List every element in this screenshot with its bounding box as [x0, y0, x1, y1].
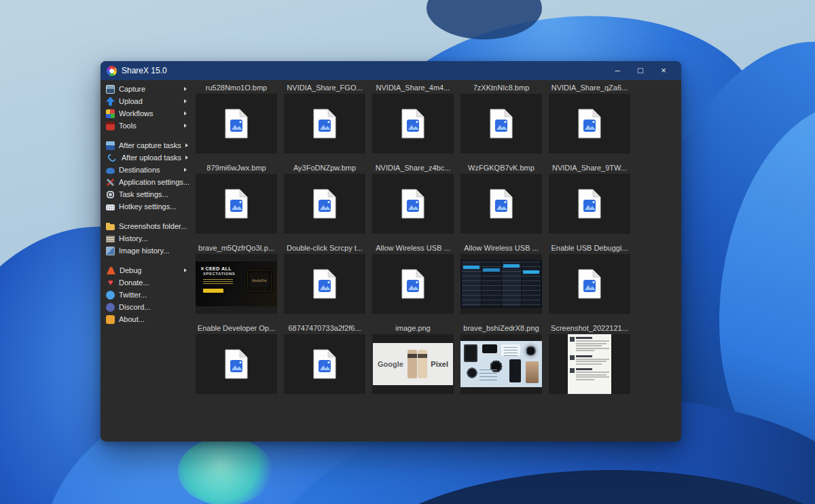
avatar: [570, 337, 575, 342]
task-settings-icon: [106, 190, 115, 199]
sidebar-item-after-upload-tasks[interactable]: After upload tasks: [104, 151, 189, 164]
sidebar-item-debug[interactable]: Debug: [104, 264, 189, 276]
sidebar-item-task-settings[interactable]: Task settings...: [104, 188, 189, 200]
sidebar-item-destinations[interactable]: Destinations: [104, 164, 189, 176]
thumbnail-tile[interactable]: [196, 334, 277, 394]
thumbnail-tile[interactable]: [196, 94, 277, 154]
thumbnail-tile[interactable]: [460, 254, 542, 314]
chat-message: [570, 355, 609, 366]
thumbnail-tile[interactable]: [372, 174, 454, 234]
image-file-icon: [578, 269, 601, 299]
sidebar-item-label: Tools: [119, 122, 137, 130]
submenu-arrow-icon: [185, 156, 188, 160]
thumbnail-tile[interactable]: [372, 94, 454, 154]
image-file-icon: [313, 109, 336, 139]
sidebar-item-image-history[interactable]: Image history...: [104, 245, 189, 257]
thumbnail-tile[interactable]: [460, 94, 542, 154]
pixel-wordmark: Pixel: [431, 360, 448, 368]
thumbnail-tile[interactable]: ✕CEED ALLXPECTATIONSMediaTek: [196, 254, 277, 314]
sidebar-item-label: Screenshots folder...: [119, 222, 187, 230]
thumbnail-tile[interactable]: [549, 334, 630, 394]
settings-panel: [502, 262, 521, 306]
sidebar-item-donate[interactable]: Donate...: [104, 276, 189, 289]
sidebar-item-capture[interactable]: Capture: [104, 83, 189, 95]
minimize-button[interactable]: –: [606, 61, 629, 80]
thumbnail-tile[interactable]: [549, 254, 630, 314]
window-controls: –□×: [606, 61, 675, 80]
chat-message: [570, 368, 609, 381]
sidebar-item-application-settings[interactable]: Application settings...: [104, 176, 189, 188]
thumbnail-tile[interactable]: [196, 174, 277, 234]
sidebar-item-twitter[interactable]: Twitter...: [104, 289, 189, 301]
thumbnail-tile[interactable]: [284, 174, 365, 234]
sidebar-item-history[interactable]: History...: [104, 232, 189, 245]
sidebar-item-discord[interactable]: Discord...: [104, 301, 189, 313]
maximize-button[interactable]: □: [629, 61, 652, 80]
thumbnail-filename: Enable Developer Op...: [192, 322, 280, 334]
thumbnail-tile[interactable]: GooglePixel: [372, 334, 454, 394]
avatar: [570, 368, 575, 373]
submenu-arrow-icon: [184, 124, 187, 128]
slide-subtitle: XPECTATIONS: [203, 272, 235, 276]
submenu-arrow-icon: [185, 143, 188, 147]
sidebar-item-label: Task settings...: [119, 190, 168, 198]
thumbnail-cell: WzFGKQB7vK.bmp: [457, 162, 545, 234]
pixel-phones-image: [408, 350, 427, 378]
thumbnail-tile[interactable]: [284, 334, 365, 394]
slide-text-lines: [203, 279, 233, 285]
sidebar-item-label: About...: [119, 315, 145, 323]
discord-icon: [106, 303, 115, 312]
thumbnail-filename: 7zXKtnNIc8.bmp: [457, 82, 545, 94]
sidebar-item-screenshots-folder[interactable]: Screenshots folder...: [104, 220, 189, 232]
titlebar[interactable]: ShareX 15.0 –□×: [101, 61, 681, 80]
google-pixel-ad-thumbnail: GooglePixel: [373, 343, 453, 385]
sidebar-item-workflows[interactable]: Workflows: [104, 107, 189, 120]
submenu-arrow-icon: [184, 168, 187, 172]
history-icon: [106, 236, 115, 242]
sidebar-item-upload[interactable]: Upload: [104, 95, 189, 107]
thumbnail-filename: brave_m5QzfrQo3I.p...: [192, 242, 280, 254]
chat-message: [570, 337, 609, 353]
image-file-icon: [578, 189, 601, 219]
thumbnail-cell: 68747470733a2f2f6...: [280, 322, 369, 394]
destinations-icon: [106, 168, 115, 174]
sidebar-item-label: Destinations: [119, 166, 160, 174]
sidebar-item-label: Donate...: [119, 278, 149, 287]
image-file-icon: [313, 269, 336, 299]
settings-panel: [522, 262, 541, 306]
thumbnail-filename: NVIDIA_Share_qZa6...: [545, 82, 634, 94]
thumbnail-tile[interactable]: [460, 334, 542, 394]
product-collage-thumbnail: [460, 341, 542, 387]
thumbnail-filename: ru528Nmo1O.bmp: [192, 82, 280, 94]
thumbnail-tile[interactable]: [372, 254, 454, 314]
chip-image: MediaTek: [247, 270, 272, 291]
thumbnail-filename: NVIDIA_Share_z4bc...: [369, 162, 457, 174]
debug-icon: [107, 267, 115, 274]
thumbnail-cell: NVIDIA_Share_qZa6...: [545, 82, 634, 154]
chat-screenshot-thumbnail: [568, 334, 611, 394]
thumbnail-cell: Allow Wireless USB ...: [457, 242, 545, 314]
wallpaper-petal-highlight: [178, 437, 273, 504]
thumbnail-cell: Ay3FoDNZpw.bmp: [280, 162, 369, 234]
thumbnail-tile[interactable]: [549, 94, 630, 154]
sidebar-item-tools[interactable]: Tools: [104, 120, 189, 132]
thumbnail-tile[interactable]: [284, 254, 365, 314]
sidebar-item-label: Debug: [120, 266, 141, 274]
close-button[interactable]: ×: [652, 61, 675, 80]
thumbnail-tile[interactable]: [460, 174, 542, 234]
window-title: ShareX 15.0: [122, 66, 167, 75]
sidebar-item-after-capture-tasks[interactable]: After capture tasks: [104, 139, 189, 151]
sidebar-item-about[interactable]: About...: [104, 313, 189, 325]
thumbnail-filename: Ay3FoDNZpw.bmp: [280, 162, 369, 174]
image-file-icon: [401, 269, 424, 299]
presentation-slide-thumbnail: ✕CEED ALLXPECTATIONSMediaTek: [196, 262, 277, 306]
thumbnail-grid: ru528Nmo1O.bmpNVIDIA_Share_FGO...NVIDIA_…: [192, 82, 681, 402]
thumbnail-tile[interactable]: [284, 94, 365, 154]
after-upload-icon: [107, 152, 117, 163]
hotkey-settings-icon: [106, 204, 115, 211]
sidebar-item-label: Workflows: [119, 109, 153, 118]
thumbnail-tile[interactable]: [549, 174, 630, 234]
sidebar-item-hotkey-settings[interactable]: Hotkey settings...: [104, 200, 189, 213]
thumbnail-cell: Double-click Scrcpy t...: [280, 242, 369, 314]
chip-label: MediaTek: [252, 278, 266, 283]
